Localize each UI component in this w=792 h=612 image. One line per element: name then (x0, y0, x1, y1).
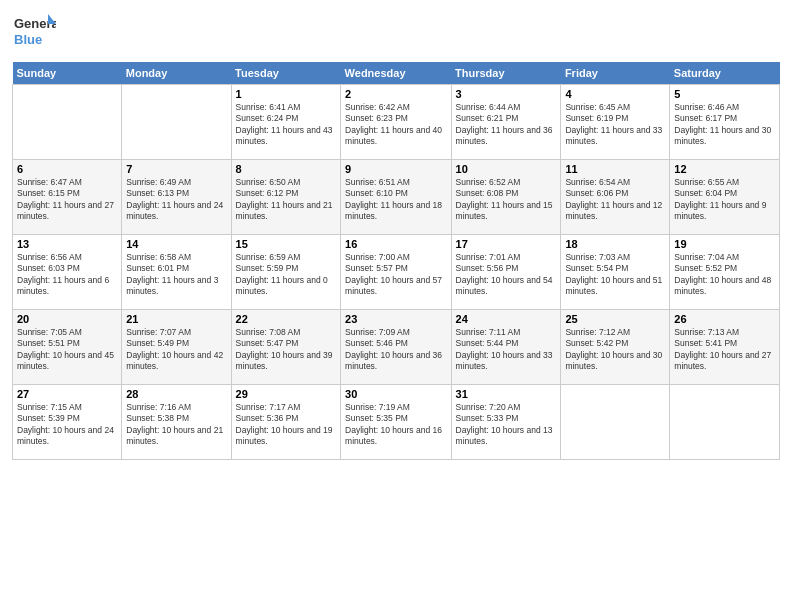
day-cell (13, 85, 122, 160)
day-number: 7 (126, 163, 226, 175)
day-info: Sunrise: 6:50 AMSunset: 6:12 PMDaylight:… (236, 177, 336, 223)
day-cell: 30Sunrise: 7:19 AMSunset: 5:35 PMDayligh… (341, 385, 451, 460)
day-cell: 25Sunrise: 7:12 AMSunset: 5:42 PMDayligh… (561, 310, 670, 385)
day-number: 29 (236, 388, 336, 400)
day-cell: 31Sunrise: 7:20 AMSunset: 5:33 PMDayligh… (451, 385, 561, 460)
weekday-header-wednesday: Wednesday (341, 62, 451, 85)
day-number: 25 (565, 313, 665, 325)
day-cell: 1Sunrise: 6:41 AMSunset: 6:24 PMDaylight… (231, 85, 340, 160)
day-number: 19 (674, 238, 775, 250)
day-info: Sunrise: 7:17 AMSunset: 5:36 PMDaylight:… (236, 402, 336, 448)
calendar-table: SundayMondayTuesdayWednesdayThursdayFrid… (12, 62, 780, 460)
day-number: 28 (126, 388, 226, 400)
day-number: 30 (345, 388, 446, 400)
day-number: 24 (456, 313, 557, 325)
day-info: Sunrise: 7:11 AMSunset: 5:44 PMDaylight:… (456, 327, 557, 373)
day-cell: 17Sunrise: 7:01 AMSunset: 5:56 PMDayligh… (451, 235, 561, 310)
day-info: Sunrise: 6:56 AMSunset: 6:03 PMDaylight:… (17, 252, 117, 298)
day-cell: 11Sunrise: 6:54 AMSunset: 6:06 PMDayligh… (561, 160, 670, 235)
day-number: 10 (456, 163, 557, 175)
week-row-4: 20Sunrise: 7:05 AMSunset: 5:51 PMDayligh… (13, 310, 780, 385)
day-info: Sunrise: 7:13 AMSunset: 5:41 PMDaylight:… (674, 327, 775, 373)
day-info: Sunrise: 7:20 AMSunset: 5:33 PMDaylight:… (456, 402, 557, 448)
day-cell: 20Sunrise: 7:05 AMSunset: 5:51 PMDayligh… (13, 310, 122, 385)
day-info: Sunrise: 7:09 AMSunset: 5:46 PMDaylight:… (345, 327, 446, 373)
day-number: 18 (565, 238, 665, 250)
day-info: Sunrise: 7:19 AMSunset: 5:35 PMDaylight:… (345, 402, 446, 448)
day-number: 21 (126, 313, 226, 325)
logo: General Blue (12, 10, 56, 54)
day-number: 6 (17, 163, 117, 175)
day-info: Sunrise: 6:54 AMSunset: 6:06 PMDaylight:… (565, 177, 665, 223)
day-number: 26 (674, 313, 775, 325)
day-number: 2 (345, 88, 446, 100)
weekday-header-friday: Friday (561, 62, 670, 85)
day-info: Sunrise: 6:49 AMSunset: 6:13 PMDaylight:… (126, 177, 226, 223)
day-info: Sunrise: 6:41 AMSunset: 6:24 PMDaylight:… (236, 102, 336, 148)
header: General Blue (12, 10, 780, 54)
weekday-header-thursday: Thursday (451, 62, 561, 85)
day-cell: 27Sunrise: 7:15 AMSunset: 5:39 PMDayligh… (13, 385, 122, 460)
day-cell: 13Sunrise: 6:56 AMSunset: 6:03 PMDayligh… (13, 235, 122, 310)
day-info: Sunrise: 7:05 AMSunset: 5:51 PMDaylight:… (17, 327, 117, 373)
day-number: 13 (17, 238, 117, 250)
day-info: Sunrise: 6:58 AMSunset: 6:01 PMDaylight:… (126, 252, 226, 298)
day-info: Sunrise: 6:44 AMSunset: 6:21 PMDaylight:… (456, 102, 557, 148)
day-cell: 24Sunrise: 7:11 AMSunset: 5:44 PMDayligh… (451, 310, 561, 385)
day-number: 5 (674, 88, 775, 100)
day-info: Sunrise: 6:46 AMSunset: 6:17 PMDaylight:… (674, 102, 775, 148)
day-cell: 3Sunrise: 6:44 AMSunset: 6:21 PMDaylight… (451, 85, 561, 160)
day-cell: 12Sunrise: 6:55 AMSunset: 6:04 PMDayligh… (670, 160, 780, 235)
week-row-3: 13Sunrise: 6:56 AMSunset: 6:03 PMDayligh… (13, 235, 780, 310)
day-cell: 4Sunrise: 6:45 AMSunset: 6:19 PMDaylight… (561, 85, 670, 160)
calendar-container: General Blue SundayMondayTuesdayWednesda… (0, 0, 792, 612)
day-number: 11 (565, 163, 665, 175)
day-cell: 10Sunrise: 6:52 AMSunset: 6:08 PMDayligh… (451, 160, 561, 235)
day-number: 27 (17, 388, 117, 400)
day-cell: 18Sunrise: 7:03 AMSunset: 5:54 PMDayligh… (561, 235, 670, 310)
day-cell: 15Sunrise: 6:59 AMSunset: 5:59 PMDayligh… (231, 235, 340, 310)
weekday-header-row: SundayMondayTuesdayWednesdayThursdayFrid… (13, 62, 780, 85)
day-cell: 7Sunrise: 6:49 AMSunset: 6:13 PMDaylight… (122, 160, 231, 235)
day-number: 16 (345, 238, 446, 250)
day-cell (122, 85, 231, 160)
day-info: Sunrise: 7:16 AMSunset: 5:38 PMDaylight:… (126, 402, 226, 448)
day-cell: 29Sunrise: 7:17 AMSunset: 5:36 PMDayligh… (231, 385, 340, 460)
day-info: Sunrise: 7:07 AMSunset: 5:49 PMDaylight:… (126, 327, 226, 373)
day-info: Sunrise: 7:03 AMSunset: 5:54 PMDaylight:… (565, 252, 665, 298)
day-cell: 16Sunrise: 7:00 AMSunset: 5:57 PMDayligh… (341, 235, 451, 310)
day-cell (561, 385, 670, 460)
day-info: Sunrise: 7:15 AMSunset: 5:39 PMDaylight:… (17, 402, 117, 448)
day-info: Sunrise: 7:08 AMSunset: 5:47 PMDaylight:… (236, 327, 336, 373)
day-info: Sunrise: 7:04 AMSunset: 5:52 PMDaylight:… (674, 252, 775, 298)
day-info: Sunrise: 7:12 AMSunset: 5:42 PMDaylight:… (565, 327, 665, 373)
day-cell: 28Sunrise: 7:16 AMSunset: 5:38 PMDayligh… (122, 385, 231, 460)
day-info: Sunrise: 6:47 AMSunset: 6:15 PMDaylight:… (17, 177, 117, 223)
day-cell: 2Sunrise: 6:42 AMSunset: 6:23 PMDaylight… (341, 85, 451, 160)
day-info: Sunrise: 6:52 AMSunset: 6:08 PMDaylight:… (456, 177, 557, 223)
day-cell: 5Sunrise: 6:46 AMSunset: 6:17 PMDaylight… (670, 85, 780, 160)
day-cell: 8Sunrise: 6:50 AMSunset: 6:12 PMDaylight… (231, 160, 340, 235)
day-cell: 9Sunrise: 6:51 AMSunset: 6:10 PMDaylight… (341, 160, 451, 235)
day-number: 1 (236, 88, 336, 100)
week-row-5: 27Sunrise: 7:15 AMSunset: 5:39 PMDayligh… (13, 385, 780, 460)
day-number: 23 (345, 313, 446, 325)
day-info: Sunrise: 6:59 AMSunset: 5:59 PMDaylight:… (236, 252, 336, 298)
day-number: 22 (236, 313, 336, 325)
weekday-header-tuesday: Tuesday (231, 62, 340, 85)
day-info: Sunrise: 6:42 AMSunset: 6:23 PMDaylight:… (345, 102, 446, 148)
day-number: 12 (674, 163, 775, 175)
day-cell (670, 385, 780, 460)
day-number: 9 (345, 163, 446, 175)
weekday-header-monday: Monday (122, 62, 231, 85)
day-cell: 19Sunrise: 7:04 AMSunset: 5:52 PMDayligh… (670, 235, 780, 310)
day-cell: 21Sunrise: 7:07 AMSunset: 5:49 PMDayligh… (122, 310, 231, 385)
day-number: 17 (456, 238, 557, 250)
day-info: Sunrise: 7:01 AMSunset: 5:56 PMDaylight:… (456, 252, 557, 298)
day-number: 14 (126, 238, 226, 250)
day-number: 8 (236, 163, 336, 175)
day-info: Sunrise: 7:00 AMSunset: 5:57 PMDaylight:… (345, 252, 446, 298)
weekday-header-sunday: Sunday (13, 62, 122, 85)
day-cell: 6Sunrise: 6:47 AMSunset: 6:15 PMDaylight… (13, 160, 122, 235)
week-row-1: 1Sunrise: 6:41 AMSunset: 6:24 PMDaylight… (13, 85, 780, 160)
